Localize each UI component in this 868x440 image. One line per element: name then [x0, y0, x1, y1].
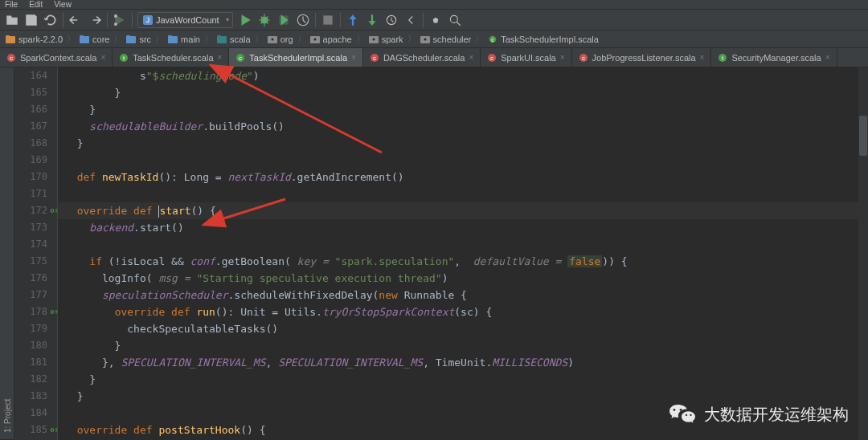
svg-point-19: [313, 39, 316, 41]
breadcrumb-item[interactable]: scheduler: [418, 35, 474, 44]
svg-rect-15: [217, 35, 221, 37]
build-icon[interactable]: [113, 13, 127, 27]
code-line: schedulableBuilder.buildPools(): [58, 118, 858, 135]
breadcrumb-item[interactable]: main: [166, 35, 203, 44]
line-number[interactable]: 179: [14, 320, 57, 337]
scrollbar-thumb[interactable]: [859, 116, 867, 156]
breadcrumb-item[interactable]: spark-2.2.0: [3, 35, 65, 44]
line-number[interactable]: 180: [14, 337, 57, 354]
line-number[interactable]: 167: [14, 118, 57, 135]
stop-icon[interactable]: [321, 13, 335, 27]
scrollbar[interactable]: [858, 67, 868, 440]
tab-securitymanager[interactable]: tSecurityManager.scala×: [711, 48, 837, 67]
close-icon[interactable]: ×: [218, 53, 223, 62]
tool-project[interactable]: 1: Project: [2, 67, 14, 440]
undo-icon[interactable]: [68, 13, 83, 27]
close-icon[interactable]: ×: [351, 53, 356, 62]
svg-rect-11: [126, 35, 130, 37]
tab-taskscheduler[interactable]: tTaskScheduler.scala×: [113, 48, 229, 67]
line-number[interactable]: 176: [14, 270, 57, 287]
code-line: logInfo( msg = "Starting speculative exe…: [58, 270, 858, 287]
svg-rect-12: [168, 36, 178, 43]
line-number[interactable]: 164: [14, 67, 57, 84]
line-number[interactable]: 170: [14, 169, 57, 185]
svg-point-5: [450, 15, 457, 22]
line-number[interactable]: 169: [14, 152, 57, 169]
svg-point-21: [372, 39, 375, 41]
svg-text:c: c: [582, 55, 585, 62]
breadcrumb-item[interactable]: core: [77, 35, 112, 44]
package-icon: [420, 35, 430, 43]
vcs-commit-icon[interactable]: [365, 13, 379, 27]
code-area[interactable]: s"$schedulingMode") } } schedulableBuild…: [58, 67, 858, 440]
package-icon: [268, 35, 277, 43]
svg-text:c: c: [490, 55, 493, 62]
line-number[interactable]: 171: [14, 185, 57, 202]
folder-icon: [217, 35, 227, 43]
scala-file-icon: c: [488, 35, 497, 43]
wechat-icon: [669, 403, 696, 426]
line-number[interactable]: 165: [14, 84, 57, 101]
folder-icon: [168, 35, 178, 43]
tab-sparkui[interactable]: cSparkUI.scala×: [481, 48, 571, 67]
watermark: 大数据开发运维架构: [669, 403, 849, 426]
refresh-icon[interactable]: [43, 13, 58, 27]
tab-dagscheduler[interactable]: cDAGScheduler.scala×: [363, 48, 481, 67]
breadcrumb-item[interactable]: apache: [308, 35, 354, 44]
breadcrumb-item[interactable]: scala: [215, 35, 253, 44]
close-icon[interactable]: ×: [469, 53, 473, 62]
line-number[interactable]: 184: [14, 405, 57, 422]
vcs-history-icon[interactable]: [384, 13, 399, 27]
project-icon: [6, 35, 15, 43]
breadcrumb-item[interactable]: org: [265, 35, 296, 44]
tab-sparkcontext[interactable]: cSparkContext.scala×: [0, 48, 113, 67]
line-number[interactable]: 174: [14, 236, 57, 253]
line-number[interactable]: 183: [14, 388, 57, 405]
class-icon: c: [370, 53, 379, 63]
breadcrumb-item[interactable]: src: [124, 35, 154, 44]
save-icon[interactable]: [24, 13, 39, 27]
tab-jobprogresslistener[interactable]: cJobProgressListener.scala×: [572, 48, 712, 67]
code-line: s"$schedulingMode"): [58, 67, 858, 84]
vcs-revert-icon[interactable]: [403, 13, 418, 27]
code-line: def newTaskId(): Long = nextTaskId.getAn…: [58, 169, 858, 185]
line-number[interactable]: 175: [14, 253, 57, 270]
close-icon[interactable]: ×: [560, 53, 565, 62]
line-number[interactable]: 168: [14, 135, 57, 152]
run-config-label: JavaWordCount: [156, 15, 219, 25]
profile-icon[interactable]: [296, 13, 310, 27]
line-number[interactable]: 177: [14, 287, 57, 304]
open-icon[interactable]: [5, 13, 19, 27]
line-number[interactable]: 178: [14, 304, 57, 320]
code-line: [58, 236, 858, 253]
code-line: backend.start(): [58, 219, 858, 236]
settings-icon[interactable]: [428, 13, 443, 27]
vcs-update-icon[interactable]: [346, 13, 360, 27]
toolbar: JJavaWordCount: [0, 10, 868, 31]
close-icon[interactable]: ×: [700, 53, 705, 62]
close-icon[interactable]: ×: [100, 53, 105, 62]
svg-rect-9: [80, 35, 84, 37]
line-number[interactable]: 166: [14, 101, 57, 118]
breadcrumb-item[interactable]: cTaskSchedulerImpl.scala: [485, 35, 601, 44]
line-number[interactable]: 181: [14, 354, 57, 371]
search-icon[interactable]: [448, 13, 462, 27]
code-editor[interactable]: 164 165 166 167 168 169 170 171 172 173 …: [14, 67, 868, 440]
coverage-icon[interactable]: [276, 13, 291, 27]
gutter[interactable]: 164 165 166 167 168 169 170 171 172 173 …: [14, 67, 58, 440]
line-number[interactable]: 182: [14, 371, 57, 388]
svg-rect-10: [126, 36, 136, 43]
line-number[interactable]: 173: [14, 219, 57, 236]
line-number[interactable]: 172: [14, 202, 57, 219]
run-icon[interactable]: [238, 13, 252, 27]
redo-icon[interactable]: [88, 13, 102, 27]
folder-icon: [80, 35, 89, 43]
line-number[interactable]: 185: [14, 422, 57, 438]
breadcrumb-item[interactable]: spark: [366, 35, 406, 44]
debug-icon[interactable]: [257, 13, 272, 27]
tool-structure[interactable]: 7: Structure: [0, 228, 2, 440]
svg-rect-13: [168, 35, 172, 37]
close-icon[interactable]: ×: [825, 53, 830, 62]
run-config-select[interactable]: JJavaWordCount: [137, 12, 233, 28]
tab-taskschedulerimpl[interactable]: cTaskSchedulerImpl.scala×: [229, 48, 363, 67]
